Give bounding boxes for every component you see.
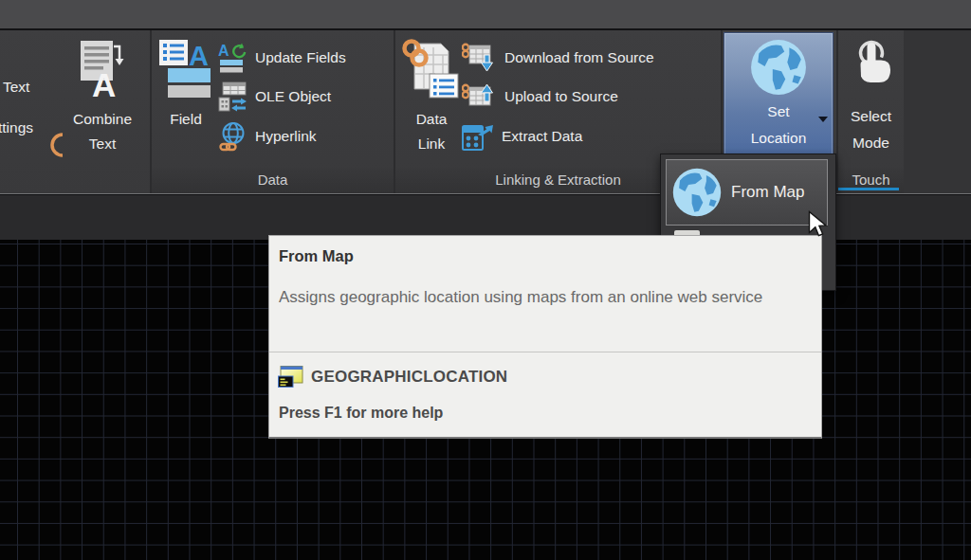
field-icon: A xyxy=(159,40,212,100)
panel-text-truncated: Text ttings A Combine Text xyxy=(0,30,150,193)
hyperlink-button[interactable]: Hyperlink xyxy=(218,120,317,153)
combine-text-label-1: Combine xyxy=(61,109,144,130)
update-fields-button[interactable]: A Update Fields xyxy=(218,42,346,74)
combine-text-button[interactable]: A Combine Text xyxy=(61,34,144,176)
select-mode-label-2: Mode xyxy=(840,133,902,154)
tooltip-help-text: Press F1 for more help xyxy=(279,405,443,422)
hyperlink-icon xyxy=(218,121,247,152)
dropdown-item-from-map[interactable]: From Map xyxy=(666,159,828,226)
truncated-settings-label: ttings xyxy=(0,117,33,138)
ole-object-icon xyxy=(218,81,247,112)
tooltip-command-row: GEOGRAPHICLOCATION xyxy=(278,363,507,391)
ole-object-label: OLE Object xyxy=(255,88,331,105)
from-map-item-label: From Map xyxy=(731,183,804,202)
download-from-source-button[interactable]: Download from Source xyxy=(462,42,654,74)
set-location-button[interactable]: Set Location xyxy=(724,32,834,155)
update-fields-icon: A xyxy=(218,43,247,73)
panel-data: A Field A Update Fields xyxy=(152,30,394,193)
touch-panel-accent-underline xyxy=(838,188,899,190)
combine-text-label-2: Text xyxy=(61,134,144,154)
data-link-label-2: Link xyxy=(399,134,464,154)
mouse-cursor-icon xyxy=(807,210,831,240)
field-button[interactable]: A Field xyxy=(156,34,216,176)
tooltip-separator xyxy=(269,352,821,352)
upload-to-source-button[interactable]: Upload to Source xyxy=(462,81,618,113)
touch-select-icon xyxy=(848,37,895,96)
field-label: Field xyxy=(156,109,216,130)
tooltip-title: From Map xyxy=(279,247,354,265)
download-from-source-label: Download from Source xyxy=(504,49,654,66)
data-link-label-1: Data xyxy=(399,109,464,130)
select-mode-button[interactable]: Select Mode xyxy=(840,32,902,167)
ole-object-button[interactable]: OLE Object xyxy=(218,81,331,113)
data-link-button[interactable]: Data Link xyxy=(399,34,464,176)
autocad-window: Text ttings A Combine Text xyxy=(0,0,971,560)
svg-text:A: A xyxy=(189,41,209,71)
extract-data-label: Extract Data xyxy=(502,128,582,145)
set-location-label-2: Location xyxy=(724,128,833,149)
set-location-label-1: Set xyxy=(724,101,833,122)
tooltip-description: Assigns geographic location using maps f… xyxy=(279,281,802,313)
from-map-globe-icon xyxy=(671,167,723,218)
from-map-tooltip: From Map Assigns geographic location usi… xyxy=(268,235,822,439)
panel-label-data[interactable]: Data xyxy=(152,168,394,193)
data-link-icon xyxy=(401,38,462,102)
download-from-source-icon xyxy=(462,43,497,73)
svg-text:A: A xyxy=(92,66,116,100)
svg-text:A: A xyxy=(218,43,229,59)
ribbon-tab-strip xyxy=(0,0,971,30)
extract-data-button[interactable]: Extract Data xyxy=(462,120,582,153)
upload-to-source-label: Upload to Source xyxy=(504,88,618,105)
panel-touch: Select Mode Touch xyxy=(838,30,904,193)
truncated-text-label: Text xyxy=(3,77,29,98)
combine-text-icon: A xyxy=(80,40,125,100)
set-location-globe-icon xyxy=(749,38,808,97)
tooltip-command-name: GEOGRAPHICLOCATION xyxy=(311,368,507,387)
extract-data-icon xyxy=(462,121,494,152)
set-location-dropdown-arrow-icon[interactable] xyxy=(818,117,828,122)
ribbon-right-filler xyxy=(904,30,971,193)
hyperlink-label: Hyperlink xyxy=(255,128,317,145)
select-mode-label-1: Select xyxy=(840,106,902,127)
command-window-icon xyxy=(278,366,303,388)
update-fields-label: Update Fields xyxy=(255,49,346,66)
upload-to-source-icon xyxy=(462,81,497,112)
